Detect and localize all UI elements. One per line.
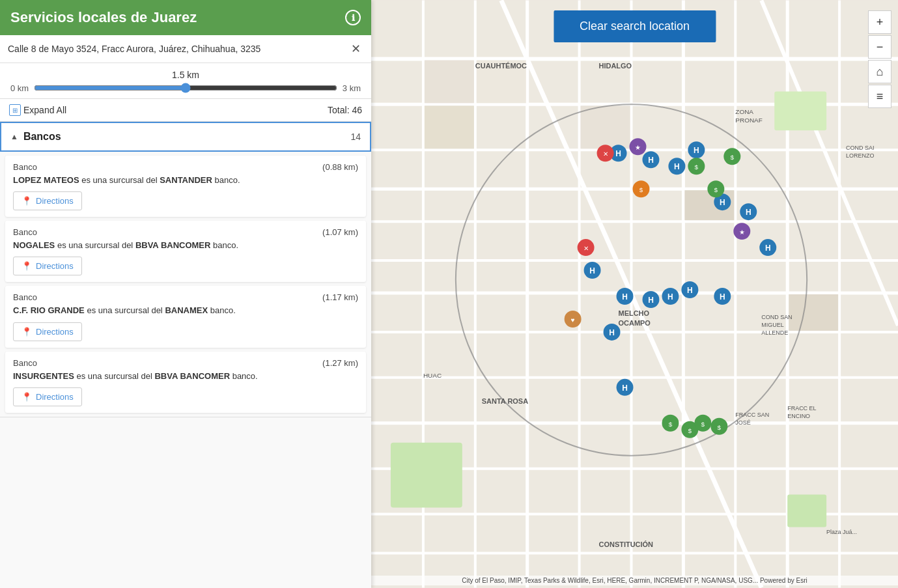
toolbar: ⊞ Expand All Total: 46 bbox=[0, 99, 371, 122]
result-description-2: NOGALES es una surcursal del BBVA BANCOM… bbox=[13, 240, 358, 251]
result-name-1: LOPEZ MATEOS bbox=[13, 175, 79, 185]
directions-button-4[interactable]: 📍 Directions bbox=[13, 387, 82, 406]
map-controls: + − ⌂ ≡ bbox=[868, 10, 891, 108]
radius-slider[interactable] bbox=[34, 83, 337, 93]
category-name-bancos: Bancos bbox=[23, 131, 61, 143]
svg-text:H: H bbox=[720, 292, 725, 301]
svg-text:H: H bbox=[667, 292, 673, 301]
result-name-4: INSURGENTES bbox=[13, 371, 74, 381]
svg-text:MIGUEL: MIGUEL bbox=[761, 322, 783, 328]
svg-text:$: $ bbox=[731, 154, 735, 161]
svg-text:$: $ bbox=[718, 424, 722, 431]
pin-icon-1: 📍 bbox=[21, 196, 32, 206]
zoom-out-button[interactable]: − bbox=[868, 35, 891, 59]
svg-text:COND SAN: COND SAN bbox=[761, 314, 792, 320]
svg-rect-32 bbox=[581, 105, 630, 148]
result-name-3: C.F. RIO GRANDE bbox=[13, 305, 85, 315]
svg-text:FRACC SAN: FRACC SAN bbox=[735, 412, 769, 418]
layers-button[interactable]: ≡ bbox=[868, 85, 891, 108]
svg-text:CONSTITUCIÓN: CONSTITUCIÓN bbox=[599, 540, 654, 548]
result-type-1: Banco bbox=[13, 162, 37, 172]
result-mid-3: es una surcursal del bbox=[85, 305, 165, 315]
result-mid-1: es una surcursal del bbox=[79, 175, 160, 185]
svg-text:H: H bbox=[720, 198, 725, 207]
result-brand-1: SANTANDER bbox=[160, 175, 212, 185]
svg-text:H: H bbox=[674, 162, 680, 171]
left-panel: Servicios locales de Juarez ℹ ✕ 1.5 km 0… bbox=[0, 0, 371, 588]
pin-icon-3: 📍 bbox=[21, 327, 32, 337]
info-icon[interactable]: ℹ bbox=[345, 10, 361, 25]
svg-text:H: H bbox=[746, 208, 751, 217]
svg-text:ENCINO: ENCINO bbox=[787, 413, 810, 419]
svg-text:OCAMPO: OCAMPO bbox=[619, 319, 651, 327]
svg-rect-31 bbox=[425, 105, 474, 148]
results-list: ▲ Bancos 14 Banco (0.88 km) LOPEZ MATEOS… bbox=[0, 122, 371, 588]
app-title: Servicios locales de Juarez bbox=[10, 9, 197, 26]
slider-area: 1.5 km 0 km 3 km bbox=[0, 63, 371, 99]
svg-text:$: $ bbox=[639, 186, 643, 193]
result-post-1: banco. bbox=[212, 175, 240, 185]
total-count: Total: 46 bbox=[328, 105, 362, 115]
svg-text:COND SAI: COND SAI bbox=[846, 145, 874, 151]
clear-search-button[interactable]: ✕ bbox=[348, 40, 363, 57]
category-chevron-bancos: ▲ bbox=[10, 132, 18, 141]
svg-rect-29 bbox=[425, 60, 474, 103]
svg-rect-34 bbox=[789, 294, 838, 331]
result-item-2-header: Banco (1.07 km) bbox=[13, 227, 358, 237]
result-brand-3: BANAMEX bbox=[165, 305, 208, 315]
expand-icon: ⊞ bbox=[9, 104, 21, 116]
result-item-1: Banco (0.88 km) LOPEZ MATEOS es una surc… bbox=[5, 156, 366, 217]
svg-rect-26 bbox=[391, 443, 462, 508]
map-area[interactable]: Clear search location bbox=[371, 0, 898, 588]
result-distance-4: (1.27 km) bbox=[322, 358, 358, 368]
svg-text:H: H bbox=[589, 266, 595, 275]
directions-button-1[interactable]: 📍 Directions bbox=[13, 191, 82, 210]
app-header: Servicios locales de Juarez ℹ bbox=[0, 0, 371, 35]
directions-button-3[interactable]: 📍 Directions bbox=[13, 322, 82, 341]
result-item-1-header: Banco (0.88 km) bbox=[13, 162, 358, 172]
svg-text:✕: ✕ bbox=[603, 150, 608, 158]
pin-icon-2: 📍 bbox=[21, 261, 32, 271]
expand-all-button[interactable]: ⊞ Expand All bbox=[9, 104, 66, 116]
directions-label-2: Directions bbox=[36, 261, 74, 271]
svg-text:★: ★ bbox=[739, 229, 745, 236]
zoom-in-button[interactable]: + bbox=[868, 10, 891, 34]
category-header-left: ▲ Bancos bbox=[10, 131, 61, 143]
result-distance-3: (1.17 km) bbox=[322, 292, 358, 302]
svg-text:SANTA ROSA: SANTA ROSA bbox=[482, 397, 528, 405]
svg-text:HIDALGO: HIDALGO bbox=[599, 62, 632, 70]
result-brand-4: BBVA BANCOMER bbox=[154, 371, 230, 381]
svg-text:H: H bbox=[648, 156, 654, 165]
slider-row: 0 km 3 km bbox=[10, 83, 361, 93]
svg-text:MELCHO: MELCHO bbox=[619, 309, 650, 317]
category-count-bancos: 14 bbox=[350, 132, 361, 142]
search-input[interactable] bbox=[8, 44, 348, 54]
svg-text:ZONA: ZONA bbox=[735, 108, 753, 115]
svg-text:★: ★ bbox=[635, 144, 641, 151]
svg-text:$: $ bbox=[669, 421, 673, 428]
result-description-3: C.F. RIO GRANDE es una surcursal del BAN… bbox=[13, 305, 358, 316]
svg-text:H: H bbox=[765, 244, 771, 253]
svg-text:ALLENDE: ALLENDE bbox=[761, 329, 788, 336]
svg-text:$: $ bbox=[695, 163, 699, 171]
category-header-bancos[interactable]: ▲ Bancos 14 bbox=[0, 122, 371, 152]
svg-text:FRACC EL: FRACC EL bbox=[787, 405, 816, 412]
directions-label-1: Directions bbox=[36, 196, 74, 206]
svg-rect-28 bbox=[787, 495, 826, 527]
directions-label-3: Directions bbox=[36, 327, 74, 337]
svg-text:LORENZO: LORENZO bbox=[846, 152, 874, 159]
directions-button-2[interactable]: 📍 Directions bbox=[13, 257, 82, 275]
result-distance-1: (0.88 km) bbox=[322, 162, 358, 172]
svg-text:$: $ bbox=[714, 186, 718, 193]
svg-text:H: H bbox=[622, 384, 628, 393]
result-description-1: LOPEZ MATEOS es una surcursal del SANTAN… bbox=[13, 175, 358, 186]
svg-text:H: H bbox=[622, 292, 628, 301]
result-item-2: Banco (1.07 km) NOGALES es una surcursal… bbox=[5, 221, 366, 282]
home-button[interactable]: ⌂ bbox=[868, 60, 891, 83]
clear-search-location-button[interactable]: Clear search location bbox=[554, 10, 716, 42]
map-attribution: City of El Paso, IMIP, Texas Parks & Wil… bbox=[371, 576, 898, 585]
svg-text:H: H bbox=[648, 296, 654, 305]
slider-label: 1.5 km bbox=[10, 70, 361, 80]
result-item-3: Banco (1.17 km) C.F. RIO GRANDE es una s… bbox=[5, 286, 366, 347]
svg-text:H: H bbox=[694, 146, 699, 155]
